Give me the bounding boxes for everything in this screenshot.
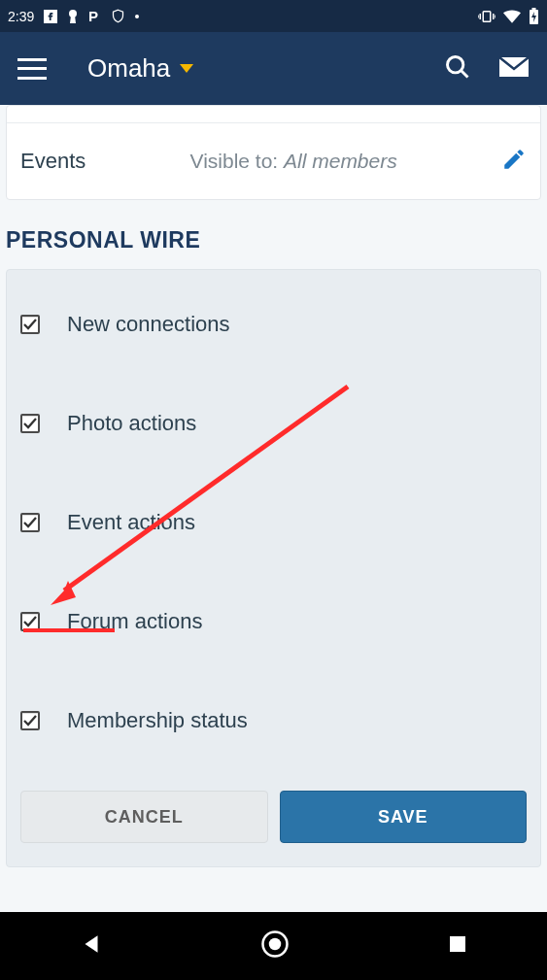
nav-back-button[interactable] xyxy=(79,931,104,961)
checkbox-membership-status[interactable] xyxy=(20,711,40,730)
svg-line-11 xyxy=(462,70,468,77)
status-time: 2:39 xyxy=(8,9,34,24)
dot-icon xyxy=(135,15,139,18)
check-row-photo-actions: Photo actions xyxy=(20,389,527,458)
android-status-bar: 2:39 P xyxy=(0,0,547,32)
search-button[interactable] xyxy=(444,53,471,84)
shield-icon xyxy=(111,9,125,23)
facebook-notification-icon xyxy=(44,10,57,23)
events-card: Events Visible to: All members xyxy=(6,105,541,200)
check-row-forum-actions: Forum actions xyxy=(20,587,527,657)
android-nav-bar xyxy=(0,912,547,980)
personal-wire-panel: New connections Photo actions Event acti… xyxy=(6,269,541,867)
section-title: PERSONAL WIRE xyxy=(0,200,547,269)
check-row-event-actions: Event actions xyxy=(20,488,527,558)
checkbox-new-connections[interactable] xyxy=(20,315,40,334)
save-button[interactable]: SAVE xyxy=(280,791,528,843)
menu-button[interactable] xyxy=(17,58,47,80)
checkbox-label: New connections xyxy=(67,312,230,337)
svg-text:P: P xyxy=(88,9,98,23)
events-visibility: Visible to: All members xyxy=(85,150,501,173)
svg-rect-17 xyxy=(450,936,465,952)
svg-rect-3 xyxy=(483,11,491,21)
mail-button[interactable] xyxy=(498,56,530,82)
cancel-button[interactable]: CANCEL xyxy=(20,791,268,843)
location-dropdown[interactable]: Omaha xyxy=(87,53,193,84)
location-title: Omaha xyxy=(87,53,170,84)
events-label: Events xyxy=(20,149,85,174)
chevron-down-icon xyxy=(180,64,193,73)
wifi-icon xyxy=(503,10,521,23)
check-row-new-connections: New connections xyxy=(20,289,527,359)
checkbox-event-actions[interactable] xyxy=(20,513,40,532)
nav-recent-button[interactable] xyxy=(446,932,469,960)
checkbox-label: Photo actions xyxy=(67,411,196,436)
svg-point-16 xyxy=(268,938,281,951)
checkbox-label: Membership status xyxy=(67,708,248,733)
checkbox-photo-actions[interactable] xyxy=(20,414,40,433)
battery-charging-icon xyxy=(529,8,539,24)
nav-home-button[interactable] xyxy=(260,929,290,963)
vibrate-icon xyxy=(478,10,496,23)
check-row-membership-status: Membership status xyxy=(20,686,527,756)
svg-point-10 xyxy=(448,56,463,72)
checkbox-label: Forum actions xyxy=(67,609,202,634)
checkbox-forum-actions[interactable] xyxy=(20,612,40,631)
checkbox-label: Event actions xyxy=(67,510,195,535)
p-icon: P xyxy=(88,9,101,23)
svg-rect-9 xyxy=(532,8,536,10)
edit-events-button[interactable] xyxy=(501,147,527,176)
app-bar: Omaha xyxy=(0,32,547,105)
keyhole-icon xyxy=(67,9,79,24)
